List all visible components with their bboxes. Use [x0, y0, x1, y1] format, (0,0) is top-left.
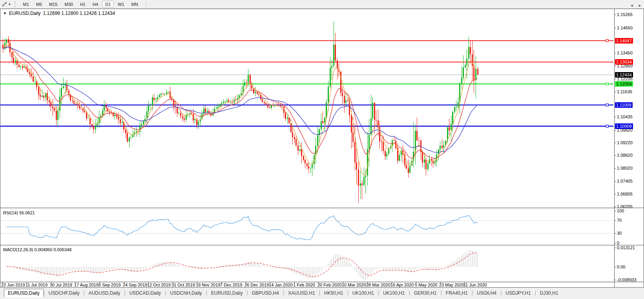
price-axis-tick-label: 1.10435: [617, 114, 633, 120]
time-axis-label: 5 May 2020: [415, 283, 437, 287]
chart-tab-usdcad-daily[interactable]: USDCAD,Daily: [125, 289, 165, 297]
timeframe-button-m5[interactable]: M5: [33, 1, 45, 8]
rsi-label: RSI(14) 55.0621: [3, 210, 35, 215]
cursor-tool-button[interactable]: ▾: [0, 1, 12, 7]
price-axis-tick-label: 1.11635: [617, 89, 632, 94]
time-axis-label: 12 Oct 2019: [147, 283, 171, 287]
chart-tab-usdchf-daily[interactable]: USDCHF,Daily: [45, 289, 84, 297]
price-axis-tick-label: 1.13450: [617, 51, 633, 56]
macd-axis-tick-label: -0.008933: [617, 277, 637, 283]
time-axis-label: 22 Jun 2019: [1, 283, 25, 287]
chart-tab-uk100-h1[interactable]: UK100,H1: [348, 289, 378, 297]
timeframe-button-d1[interactable]: D1: [102, 1, 114, 8]
time-axis-label: 31 Oct 2019: [171, 283, 195, 287]
price-axis-tick-label: 1.15265: [617, 12, 633, 17]
timeframe-button-mn[interactable]: MN: [128, 1, 141, 8]
time-axis-label: 17 Aug 2019: [74, 283, 99, 287]
timeframe-button-group: M1M5M15M30H1H4D1W1MN: [20, 1, 142, 8]
chart-ohlc-values: 1.12699 1.12800 1.12426 1.12434: [43, 11, 115, 16]
price-line-badge: 1.14047: [615, 38, 633, 43]
price-axis-tick-label: 1.06805: [617, 192, 633, 197]
time-axis-label: 16 Apr 2020: [390, 283, 414, 287]
timeframe-button-h1[interactable]: H1: [77, 1, 89, 8]
timeframe-button-m30[interactable]: M30: [62, 1, 76, 8]
chart-tab-dj30-h1[interactable]: DJ30,H1: [536, 289, 562, 297]
toolbar-separator: [146, 1, 146, 7]
toolbar-grip: [15, 1, 17, 7]
price-line-badge: 1.11009: [615, 102, 633, 108]
rsi-axis-tick-label: 100: [617, 208, 624, 214]
tab-scroll-right-icon[interactable]: ►: [638, 4, 642, 7]
chart-tab-xauusd-h1[interactable]: XAUUSD,H1: [284, 289, 319, 297]
chart-tab-bar: EURUSD,Daily|USDCHF,Daily|AUDUSD,Daily|U…: [0, 288, 644, 299]
chevron-down-icon: ▾: [9, 2, 11, 6]
price-axis-tick-label: 1.08620: [617, 153, 633, 158]
time-axis-label: 10 Mar 2020: [342, 283, 366, 287]
price-line-badge: 1.12434: [615, 72, 633, 78]
time-axis-label: 23 May 2020: [439, 283, 464, 287]
chart-tab-eurusd-daily[interactable]: EURUSD,Daily: [4, 289, 44, 297]
price-axis-tick-label: 1.09220: [617, 140, 633, 145]
macd-axis-tick-label: 0.013121: [617, 245, 635, 250]
rsi-axis-tick-label: 30: [617, 231, 622, 236]
time-axis-label: 14 Jan 2020: [269, 283, 293, 287]
time-axis-label: 24 Sep 2019: [123, 283, 147, 287]
chart-symbol-label: EURUSD,Daily: [9, 11, 41, 16]
rsi-axis-tick-label: 70: [617, 218, 622, 223]
macd-axis-tick-label: 0.00: [617, 265, 625, 270]
crosshair-tool-icon: [2, 1, 7, 7]
time-axis-label: 19 Nov 2019: [196, 283, 220, 287]
time-axis-label: 1 Feb 2020: [293, 283, 315, 287]
price-axis-tick-label: 1.08020: [617, 166, 633, 171]
timeframe-button-h4[interactable]: H4: [89, 1, 101, 8]
macd-label: MACD(12,26,9) 0.004950 0.006348: [3, 247, 71, 252]
chart-tab-usdcnh-daily[interactable]: USDCNH,Daily: [166, 289, 206, 297]
price-axis-tick-label: 1.14650: [617, 25, 633, 31]
price-axis-tick-label: 1.07405: [617, 179, 633, 184]
chart-tab-hk50-h1[interactable]: HK50,H1: [320, 289, 347, 297]
time-axis-label: 28 Mar 2020: [366, 283, 390, 287]
price-line-badge: 1.13034: [615, 59, 633, 65]
tab-scroll-left-icon[interactable]: ◄: [630, 4, 633, 7]
price-line-badge: 1.10008: [615, 123, 633, 129]
collapse-chart-icon[interactable]: ▼: [3, 11, 7, 15]
chart-title: ▼ EURUSD,Daily 1.12699 1.12800 1.12426 1…: [3, 11, 115, 16]
top-toolbar: ▾ M1M5M15M30H1H4D1W1MN: [0, 0, 644, 9]
timeframe-button-m15[interactable]: M15: [46, 1, 60, 8]
price-line-badge: 1.12004: [615, 81, 633, 87]
tab-scroll-controls: ◄ ►: [630, 4, 642, 7]
time-axis-label: 26 Dec 2019: [244, 283, 269, 287]
chart-tab-audusd-daily[interactable]: AUDUSD,Daily: [85, 289, 124, 297]
chart-tab-gbpusd-h4[interactable]: GBPUSD,H4: [248, 289, 283, 297]
chart-tab-fra40-h1[interactable]: FRA40,H1: [442, 289, 472, 297]
time-axis-label: 30 Jul 2019: [50, 283, 72, 287]
time-axis-label: 7 Dec 2019: [220, 283, 242, 287]
trading-terminal-window: ▾ M1M5M15M30H1H4D1W1MN ▼ EURUSD,Daily 1.…: [0, 0, 644, 299]
time-axis-label: 11 Jun 2020: [463, 283, 487, 287]
timeframe-button-w1[interactable]: W1: [115, 1, 128, 8]
chart-tab-usdjpy-h1[interactable]: USDJPY,H1: [502, 289, 535, 297]
time-axis-label: 20 Feb 2020: [317, 283, 342, 287]
timeframe-button-m1[interactable]: M1: [20, 1, 32, 8]
chart-tab-usoil-h4[interactable]: USOil,H4: [473, 289, 500, 297]
chart-tab-ger30-h1[interactable]: GER30,H1: [410, 289, 441, 297]
time-axis-label: 5 Sep 2019: [99, 283, 120, 287]
chart-tab-uk100-h1[interactable]: UK100,H1: [379, 289, 409, 297]
chart-canvas[interactable]: [0, 9, 644, 288]
time-axis-label: 11 Jul 2019: [26, 283, 47, 287]
chart-tab-eurusd-daily[interactable]: EURUSD,Daily: [207, 289, 247, 297]
